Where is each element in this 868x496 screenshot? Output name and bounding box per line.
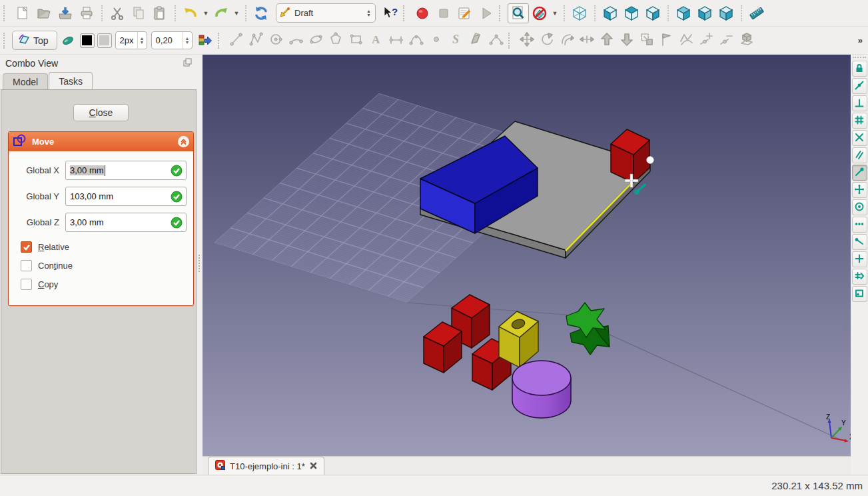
draft-delete-point-button[interactable] <box>717 31 737 51</box>
close-tab-icon[interactable] <box>310 461 317 471</box>
workbench-spinner[interactable]: ▲▼ <box>366 9 372 17</box>
panel-float-icon[interactable] <box>183 58 192 69</box>
draft-arc-button[interactable] <box>286 31 306 51</box>
draft-wire-to-bspline-button[interactable] <box>677 31 697 51</box>
apply-style-button[interactable] <box>195 31 216 51</box>
macro-stop-button[interactable] <box>433 3 454 23</box>
draft-ellipse-button[interactable] <box>306 31 326 51</box>
front-view-button[interactable] <box>600 3 621 23</box>
snap-endpoint-button[interactable] <box>852 165 867 181</box>
draft-text-button[interactable]: A <box>366 31 386 51</box>
snap-dimensions-button[interactable] <box>852 217 867 233</box>
print-button[interactable] <box>76 3 97 23</box>
snap-working-plane-bench-button[interactable] <box>852 269 867 285</box>
toolbar-grip[interactable] <box>403 5 408 21</box>
open-document-button[interactable] <box>33 3 55 23</box>
draft-rotate-button[interactable] <box>537 31 557 51</box>
tab-model[interactable]: Model <box>3 73 48 89</box>
toolbar-grip[interactable] <box>218 33 223 49</box>
collapse-panel-icon[interactable] <box>178 136 189 147</box>
relative-checkbox[interactable] <box>21 241 32 253</box>
copy-checkbox[interactable] <box>21 279 32 290</box>
draft-facebinder-button[interactable] <box>466 31 486 51</box>
global-scale-spin-arrows[interactable]: ▲▼ <box>183 32 192 49</box>
line-width-spinbox[interactable]: 2px ▲▼ <box>115 31 147 49</box>
draft-dimension-button[interactable] <box>386 31 406 51</box>
redo-button[interactable] <box>211 3 232 23</box>
fit-all-button[interactable] <box>508 3 529 23</box>
snap-working-plane-button[interactable] <box>852 286 867 302</box>
global-y-input[interactable]: 103,00 mm <box>65 187 187 206</box>
macro-edit-button[interactable] <box>454 3 476 23</box>
copy-button[interactable] <box>128 3 149 23</box>
snap-lock-button[interactable] <box>852 61 867 77</box>
draft-scale-button[interactable] <box>637 31 657 51</box>
draft-bezier-button[interactable] <box>486 31 506 51</box>
draft-wire-button[interactable] <box>246 31 266 51</box>
new-document-button[interactable] <box>12 3 33 23</box>
global-scale-spinbox[interactable]: 0,20 ▲▼ <box>151 31 193 49</box>
draft-polygon-button[interactable] <box>326 31 346 51</box>
snap-special-button[interactable] <box>852 182 867 198</box>
draft-point-button[interactable] <box>426 31 446 51</box>
undo-button[interactable] <box>180 3 201 23</box>
axonometric-view-button[interactable] <box>569 3 590 23</box>
draft-move-button[interactable] <box>517 31 537 51</box>
draft-bspline-button[interactable] <box>406 31 426 51</box>
continue-checkbox[interactable] <box>21 260 32 271</box>
draft-line-button[interactable] <box>226 31 246 51</box>
move-panel-header[interactable]: Move <box>9 132 193 151</box>
snap-ortho-button[interactable] <box>852 251 867 267</box>
snap-grid-button[interactable] <box>852 113 867 129</box>
workbench-selector[interactable]: Draft ▲▼ <box>276 3 376 23</box>
draw-style-button[interactable] <box>529 3 550 23</box>
toolbar-grip[interactable] <box>853 57 866 58</box>
toolbar-grip[interactable] <box>3 5 9 21</box>
draft-shapestring-button[interactable]: S <box>446 31 466 51</box>
draft-downgrade-button[interactable] <box>617 31 637 51</box>
draft-circle-button[interactable] <box>266 31 286 51</box>
close-button[interactable]: Close <box>73 104 129 121</box>
3d-viewport[interactable]: Z Y X <box>203 55 851 456</box>
bottom-view-button[interactable] <box>694 3 715 23</box>
line-color-swatch[interactable] <box>80 33 95 48</box>
top-view-button[interactable] <box>621 3 642 23</box>
snap-center-button[interactable] <box>852 199 867 215</box>
snap-perpendicular-button[interactable] <box>852 95 867 111</box>
right-view-button[interactable] <box>642 3 663 23</box>
cut-button[interactable] <box>107 3 128 23</box>
refresh-button[interactable] <box>250 3 272 23</box>
global-z-input[interactable]: 3,00 mm <box>65 213 187 232</box>
snap-intersection-button[interactable] <box>852 130 867 146</box>
snap-midpoint-button[interactable] <box>852 78 867 94</box>
left-view-button[interactable] <box>715 3 737 23</box>
paste-button[interactable] <box>149 3 171 23</box>
redo-dropdown-arrow[interactable]: ▼ <box>232 3 241 23</box>
whats-this-button[interactable]: ? <box>380 3 401 23</box>
document-tab[interactable]: T10-ejemplo-ini : 1* <box>208 457 324 475</box>
toolbar-grip[interactable] <box>3 33 9 49</box>
working-plane-button[interactable]: Top <box>12 31 57 50</box>
draft-offset-button[interactable] <box>557 31 577 51</box>
measure-distance-button[interactable] <box>746 3 767 23</box>
tab-tasks[interactable]: Tasks <box>49 72 93 89</box>
snap-angle-button[interactable] <box>852 234 867 250</box>
construction-mode-button[interactable] <box>57 31 79 51</box>
draft-add-point-button[interactable] <box>697 31 717 51</box>
face-color-swatch[interactable] <box>97 33 112 48</box>
save-document-button[interactable] <box>55 3 76 23</box>
toolbar-grip[interactable] <box>499 5 504 21</box>
draft-trimex-button[interactable] <box>577 31 597 51</box>
line-width-spin-arrows[interactable]: ▲▼ <box>137 32 147 49</box>
macro-play-button[interactable] <box>476 3 497 23</box>
snap-parallel-button[interactable] <box>852 147 867 163</box>
undo-dropdown-arrow[interactable]: ▼ <box>201 3 211 23</box>
rear-view-button[interactable] <box>673 3 694 23</box>
draft-to-sketch-button[interactable] <box>737 31 757 51</box>
panel-splitter[interactable] <box>197 55 203 475</box>
draft-upgrade-button[interactable] <box>597 31 617 51</box>
draw-style-dropdown-arrow[interactable]: ▼ <box>550 3 560 23</box>
draft-rectangle-button[interactable] <box>346 31 366 51</box>
global-x-input[interactable]: 3,00 mm <box>65 161 187 180</box>
macro-record-button[interactable] <box>412 3 433 23</box>
